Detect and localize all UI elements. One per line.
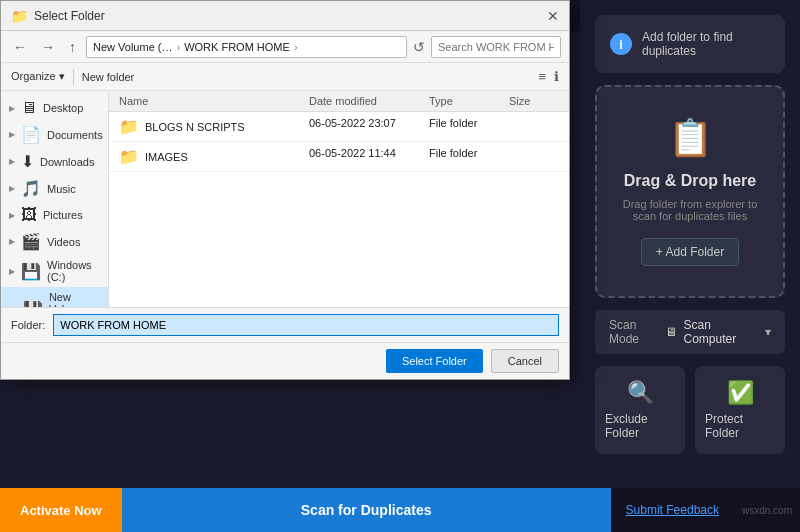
scan-mode-label: Scan Mode: [609, 318, 665, 346]
scan-duplicates-button[interactable]: Scan for Duplicates: [122, 488, 611, 532]
drop-title: Drag & Drop here: [624, 172, 756, 190]
cancel-button[interactable]: Cancel: [491, 349, 559, 373]
scan-mode-value: 🖥 Scan Computer ▾: [665, 318, 771, 346]
dialog-titlebar: 📁 Select Folder ✕: [1, 1, 569, 31]
refresh-button[interactable]: ↺: [413, 39, 425, 55]
drop-zone[interactable]: 📋 Drag & Drop here Drag folder from expl…: [595, 85, 785, 298]
info-icon: i: [610, 33, 632, 55]
dialog-addressbar: ← → ↑ New Volume (… › WORK FROM HOME › ↺: [1, 31, 569, 63]
nav-item-windows-c[interactable]: ▶ 💾 Windows (C:): [1, 255, 108, 287]
info-text: Add folder to find duplicates: [642, 30, 770, 58]
nav-label-new-volume: New Volume (E:: [49, 291, 100, 307]
nav-item-new-volume[interactable]: ▼ 💾 New Volume (E:: [1, 287, 108, 307]
new-folder-button[interactable]: New folder: [82, 71, 135, 83]
scan-mode-bar[interactable]: Scan Mode 🖥 Scan Computer ▾: [595, 310, 785, 354]
organize-button[interactable]: Organize ▾: [11, 70, 65, 83]
dialog-button-bar: Select Folder Cancel: [1, 342, 569, 379]
submit-feedback-link[interactable]: Submit Feedback: [611, 503, 734, 517]
file-size-1: [509, 147, 559, 166]
crumb-separator: ›: [176, 41, 180, 53]
info-box: i Add folder to find duplicates: [595, 15, 785, 73]
nav-label-downloads: Downloads: [40, 156, 94, 168]
documents-icon: 📄: [21, 125, 41, 144]
exclude-folder-icon: 🔍: [627, 380, 654, 406]
col-name[interactable]: Name: [119, 95, 309, 107]
chevron-icon: ▶: [9, 237, 15, 246]
info-icon[interactable]: ℹ: [554, 69, 559, 84]
file-name-0: BLOGS N SCRIPTS: [145, 121, 245, 133]
search-input[interactable]: [431, 36, 561, 58]
desktop-icon: 🖥: [21, 99, 37, 117]
col-date[interactable]: Date modified: [309, 95, 429, 107]
select-folder-dialog: 📁 Select Folder ✕ ← → ↑ New Volume (… › …: [0, 0, 570, 380]
file-type-0: File folder: [429, 117, 509, 136]
drive-c-icon: 💾: [21, 262, 41, 281]
chevron-icon: ▶: [9, 157, 15, 166]
select-folder-button[interactable]: Select Folder: [386, 349, 483, 373]
downloads-icon: ⬇: [21, 152, 34, 171]
nav-item-downloads[interactable]: ▶ ⬇ Downloads: [1, 148, 108, 175]
file-name-1: IMAGES: [145, 151, 188, 163]
col-size[interactable]: Size: [509, 95, 559, 107]
pictures-icon: 🖼: [21, 206, 37, 224]
chevron-down-icon: ▾: [765, 325, 771, 339]
action-buttons-row: 🔍 Exclude Folder ✅ Protect Folder: [595, 366, 785, 454]
folder-icon: 📁: [119, 147, 139, 166]
chevron-icon: ▶: [9, 211, 15, 220]
drop-icon: 📋: [668, 117, 713, 159]
folder-label: Folder:: [11, 319, 45, 331]
table-row[interactable]: 📁 IMAGES 06-05-2022 11:44 File folder: [109, 142, 569, 172]
file-list-header: Name Date modified Type Size: [109, 91, 569, 112]
nav-item-pictures[interactable]: ▶ 🖼 Pictures: [1, 202, 108, 228]
add-folder-button[interactable]: + Add Folder: [641, 238, 739, 266]
nav-label-music: Music: [47, 183, 76, 195]
folder-name-input[interactable]: [53, 314, 559, 336]
drive-e-icon: 💾: [23, 300, 43, 308]
nav-item-videos[interactable]: ▶ 🎬 Videos: [1, 228, 108, 255]
forward-button[interactable]: →: [37, 37, 59, 57]
watermark: wsxdn.com: [734, 505, 800, 516]
dialog-close-button[interactable]: ✕: [547, 9, 559, 23]
drop-subtitle: Drag folder from explorer to scan for du…: [617, 198, 763, 222]
nav-item-desktop[interactable]: ▶ 🖥 Desktop: [1, 95, 108, 121]
protect-folder-icon: ✅: [727, 380, 754, 406]
view-icon[interactable]: ≡: [538, 69, 546, 84]
crumb-part-1: New Volume (…: [93, 41, 172, 53]
nav-label-desktop: Desktop: [43, 102, 83, 114]
protect-folder-button[interactable]: ✅ Protect Folder: [695, 366, 785, 454]
nav-item-music[interactable]: ▶ 🎵 Music: [1, 175, 108, 202]
dialog-folder-bar: Folder:: [1, 307, 569, 342]
nav-item-documents[interactable]: ▶ 📄 Documents: [1, 121, 108, 148]
bg-right-panel: i Add folder to find duplicates 📋 Drag &…: [580, 0, 800, 488]
folder-icon: 📁: [119, 117, 139, 136]
crumb-part-2: WORK FROM HOME: [184, 41, 290, 53]
back-button[interactable]: ←: [9, 37, 31, 57]
protect-folder-label: Protect Folder: [705, 412, 775, 440]
address-breadcrumb[interactable]: New Volume (… › WORK FROM HOME ›: [86, 36, 407, 58]
dialog-nav-panel: ▶ 🖥 Desktop ▶ 📄 Documents ▶ ⬇ Downloads …: [1, 91, 109, 307]
scan-mode-icon: 🖥: [665, 325, 677, 339]
exclude-folder-label: Exclude Folder: [605, 412, 675, 440]
file-type-1: File folder: [429, 147, 509, 166]
crumb-end-separator: ›: [294, 41, 298, 53]
bottom-bar: Activate Now Scan for Duplicates Submit …: [0, 488, 800, 532]
nav-label-videos: Videos: [47, 236, 80, 248]
col-type[interactable]: Type: [429, 95, 509, 107]
dialog-title: Select Folder: [34, 9, 541, 23]
toolbar-separator: [73, 69, 74, 85]
activate-now-button[interactable]: Activate Now: [0, 488, 122, 532]
table-row[interactable]: 📁 BLOGS N SCRIPTS 06-05-2022 23:07 File …: [109, 112, 569, 142]
chevron-icon: ▶: [9, 184, 15, 193]
up-button[interactable]: ↑: [65, 37, 80, 57]
dialog-folder-icon: 📁: [11, 8, 28, 24]
music-icon: 🎵: [21, 179, 41, 198]
nav-label-pictures: Pictures: [43, 209, 83, 221]
dialog-body: ▶ 🖥 Desktop ▶ 📄 Documents ▶ ⬇ Downloads …: [1, 91, 569, 307]
nav-label-windows-c: Windows (C:): [47, 259, 100, 283]
scan-mode-text: Scan Computer: [683, 318, 759, 346]
chevron-icon: ▶: [9, 267, 15, 276]
file-date-1: 06-05-2022 11:44: [309, 147, 429, 166]
file-size-0: [509, 117, 559, 136]
dialog-toolbar: Organize ▾ New folder ≡ ℹ: [1, 63, 569, 91]
exclude-folder-button[interactable]: 🔍 Exclude Folder: [595, 366, 685, 454]
